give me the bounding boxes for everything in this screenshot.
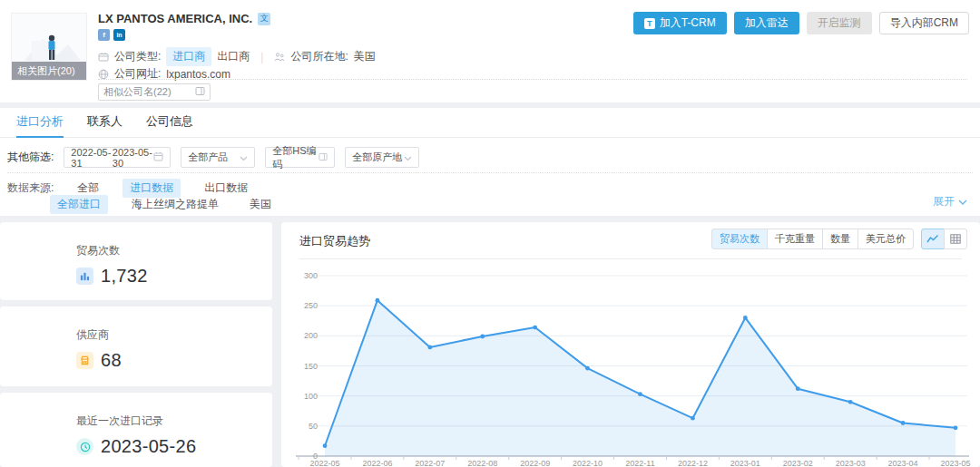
start-monitoring-button[interactable]: 开启监测 — [807, 12, 872, 34]
company-header-card: 相关图片(20) LX PANTOS AMERICA, INC. 文 f in … — [0, 0, 980, 102]
stat-value: 2023-05-26 — [101, 436, 196, 457]
svg-text:2023-02: 2023-02 — [783, 459, 813, 467]
svg-text:100: 100 — [304, 392, 318, 401]
chevron-down-icon — [240, 152, 248, 163]
company-type-label: 公司类型: — [114, 49, 161, 64]
translate-icon[interactable]: 文 — [258, 13, 270, 25]
chart-series — [323, 298, 958, 456]
stat-label: 供应商 — [76, 327, 272, 343]
clock-icon — [76, 438, 93, 455]
svg-text:2022-09: 2022-09 — [520, 459, 550, 467]
company-type-icon — [98, 52, 109, 63]
sub-source-all-import[interactable]: 全部进口 — [50, 195, 108, 214]
svg-text:50: 50 — [309, 422, 318, 431]
chevron-down-icon — [404, 152, 412, 163]
importer-tag[interactable]: 进口商 — [166, 47, 211, 66]
svg-text:2022-08: 2022-08 — [467, 459, 497, 467]
location-value: 美国 — [354, 49, 376, 64]
svg-text:2022-07: 2022-07 — [415, 459, 445, 467]
svg-text:2022-12: 2022-12 — [678, 459, 708, 467]
date-start: 2022-05-31 — [71, 147, 113, 169]
svg-text:2023-01: 2023-01 — [730, 459, 760, 467]
svg-text:150: 150 — [304, 362, 318, 371]
metric-toggle-group: 贸易次数 千克重量 数量 美元总价 — [711, 229, 914, 249]
svg-text:2022-05: 2022-05 — [309, 459, 339, 467]
chart-divider — [299, 258, 962, 259]
similar-company-value: 相似公司名(22) — [103, 85, 172, 99]
chevron-down-icon — [958, 196, 967, 209]
table-icon[interactable] — [944, 229, 967, 249]
svg-text:200: 200 — [304, 331, 318, 340]
svg-text:2023-04: 2023-04 — [888, 459, 918, 467]
toggle-usd-total[interactable]: 美元总价 — [858, 229, 914, 249]
product-filter-select[interactable]: 全部产品 — [181, 147, 255, 168]
view-toggle-group — [921, 229, 967, 249]
svg-text:2023-03: 2023-03 — [836, 459, 866, 467]
analysis-panel: 进口分析 联系人 公司信息 其他筛选: 2022-05-31 2023-05-3… — [0, 108, 980, 216]
linkedin-icon[interactable]: in — [113, 29, 125, 41]
calendar-icon — [153, 151, 163, 163]
tab-import-analysis[interactable]: 进口分析 — [16, 108, 64, 138]
toggle-quantity[interactable]: 数量 — [822, 229, 858, 249]
date-end: 2023-05-30 — [113, 147, 154, 169]
stat-label: 贸易次数 — [76, 243, 272, 258]
tab-bar: 进口分析 联系人 公司信息 — [0, 108, 980, 138]
company-name: LX PANTOS AMERICA, INC. — [98, 12, 252, 25]
import-internal-crm-button[interactable]: 导入内部CRM — [879, 12, 969, 34]
facebook-icon[interactable]: f — [98, 29, 110, 41]
tab-contacts[interactable]: 联系人 — [87, 108, 122, 138]
location-icon — [274, 52, 285, 63]
toggle-kg-weight[interactable]: 千克重量 — [767, 229, 823, 249]
sub-source-silk-road[interactable]: 海上丝绸之路提单 — [124, 195, 226, 214]
svg-text:250: 250 — [304, 301, 318, 310]
line-chart-icon[interactable] — [921, 229, 945, 249]
date-range-picker[interactable]: 2022-05-31 2023-05-30 — [64, 147, 171, 168]
separator: | — [255, 51, 269, 63]
tab-company-info[interactable]: 公司信息 — [146, 108, 193, 138]
filter-divider — [7, 172, 973, 173]
stat-card-last-import: 最近一次进口记录 2023-05-26 — [0, 393, 272, 467]
company-image-thumbnail[interactable]: 相关图片(20) — [11, 13, 87, 81]
similar-company-select[interactable]: 相似公司名(22) — [98, 83, 211, 101]
location-label: 公司所在地: — [290, 49, 348, 64]
exporter-tag[interactable]: 出口商 — [217, 49, 250, 64]
trend-chart: 0501001502002503002022-052022-062022-072… — [290, 265, 971, 467]
hs-code-filter[interactable]: 全部HS编码 — [265, 147, 335, 168]
related-images-label: 相关图片(20) — [12, 62, 86, 80]
svg-text:2022-06: 2022-06 — [362, 459, 392, 467]
sub-source-usa[interactable]: 美国 — [242, 195, 279, 214]
stat-value: 68 — [101, 350, 122, 371]
svg-text:2023-05: 2023-05 — [940, 459, 970, 467]
stat-label: 最近一次进口记录 — [76, 413, 272, 429]
data-source-label: 数据来源: — [7, 180, 54, 196]
panel-icon — [318, 152, 328, 163]
toggle-trade-count[interactable]: 贸易次数 — [711, 229, 768, 249]
stat-card-suppliers: 供应商 68 — [0, 306, 272, 386]
tcrm-icon: T — [644, 18, 655, 29]
expand-link[interactable]: 展开 — [933, 194, 967, 209]
stat-value: 1,732 — [101, 266, 148, 287]
chart-title: 进口贸易趋势 — [299, 233, 370, 249]
add-to-radar-button[interactable]: 加入雷达 — [734, 12, 799, 34]
panel-icon — [195, 86, 205, 98]
add-to-tcrm-button[interactable]: T 加入T-CRM — [633, 12, 727, 34]
import-trend-card: 进口贸易趋势 贸易次数 千克重量 数量 美元总价 050100150200250… — [281, 222, 980, 467]
shop-icon — [76, 352, 93, 369]
other-filters-label: 其他筛选: — [7, 150, 54, 165]
svg-text:2022-10: 2022-10 — [573, 459, 603, 467]
globe-icon — [98, 69, 109, 80]
header-divider — [98, 79, 967, 80]
stat-card-trade-count: 贸易次数 1,732 — [0, 222, 272, 300]
svg-text:300: 300 — [304, 271, 318, 280]
svg-text:2022-11: 2022-11 — [625, 459, 654, 467]
bar-chart-icon — [76, 268, 93, 285]
origin-filter-select[interactable]: 全部原产地 — [345, 147, 419, 168]
